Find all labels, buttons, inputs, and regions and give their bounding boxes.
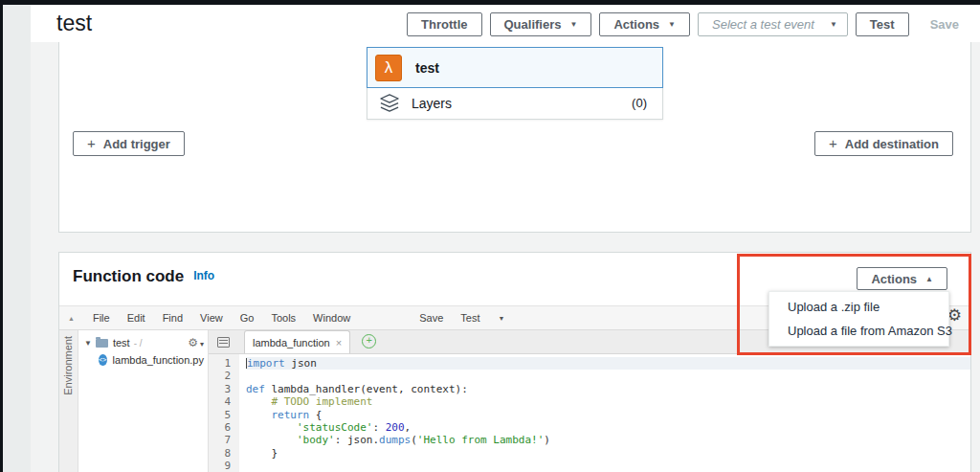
tree-folder-row[interactable]: ▼ test - / ⚙▾ xyxy=(78,334,208,351)
menu-item-upload-s3[interactable]: Upload a file from Amazon S3 xyxy=(769,319,948,343)
chevron-down-icon[interactable]: ▼ xyxy=(498,315,504,322)
chevron-up-icon: ▲ xyxy=(925,275,933,283)
layers-row[interactable]: Layers (0) xyxy=(368,87,662,119)
tree-file-row[interactable]: <> lambda_function.py xyxy=(78,351,208,369)
chevron-down-icon: ▼ xyxy=(569,20,577,29)
function-code-panel: Function codeInfo Actions ▲ ▲ File Edit … xyxy=(58,252,971,472)
function-header: test Throttle Qualifiers ▼ Actions ▼ Sel… xyxy=(31,5,980,42)
menu-tools[interactable]: Tools xyxy=(262,312,304,324)
new-tab-icon[interactable]: + xyxy=(362,334,376,348)
environment-label: Environment xyxy=(62,336,74,395)
menu-window[interactable]: Window xyxy=(304,312,359,324)
left-edge-bar xyxy=(0,0,3,472)
close-icon[interactable]: × xyxy=(336,337,342,348)
tree-settings-gear-icon[interactable]: ⚙▾ xyxy=(188,336,204,349)
chevron-down-icon: ▼ xyxy=(84,339,92,348)
menu-find[interactable]: Find xyxy=(154,312,191,324)
designer-panel: λ test Layers (0) + Add trigger + xyxy=(58,41,971,233)
menu-go[interactable]: Go xyxy=(232,312,263,324)
throttle-button[interactable]: Throttle xyxy=(407,12,481,36)
code-area[interactable]: 123456789 import json def lambda_handler… xyxy=(209,354,970,472)
test-button[interactable]: Test xyxy=(856,12,909,36)
menu-edit[interactable]: Edit xyxy=(119,312,154,324)
test-event-select[interactable]: Select a test event ▼ xyxy=(698,12,848,36)
editor-settings-gear-icon[interactable]: ⚙ xyxy=(947,307,962,324)
plus-icon: + xyxy=(87,135,96,151)
qualifiers-button[interactable]: Qualifiers ▼ xyxy=(490,12,592,36)
function-code-title: Function codeInfo xyxy=(73,267,214,286)
function-card: λ test Layers (0) xyxy=(367,47,663,120)
chevron-down-icon: ▼ xyxy=(830,20,837,29)
code-actions-button[interactable]: Actions ▲ xyxy=(857,267,947,290)
add-destination-button[interactable]: + Add destination xyxy=(814,131,953,156)
page-title: test xyxy=(56,11,92,36)
file-tree: ▼ test - / ⚙▾ <> lambda_function.py xyxy=(78,330,209,472)
menu-item-upload-zip[interactable]: Upload a .zip file xyxy=(769,295,948,319)
tab-lambda-function[interactable]: lambda_function × xyxy=(244,330,350,353)
function-card-name: test xyxy=(415,60,439,76)
add-trigger-button[interactable]: + Add trigger xyxy=(73,131,185,156)
info-link[interactable]: Info xyxy=(193,269,214,282)
tree-folder-name: test xyxy=(113,337,130,348)
editor-workspace: Environment ▼ test - / ⚙▾ <> lambda_func… xyxy=(59,330,970,472)
environment-strip[interactable]: Environment xyxy=(59,330,78,472)
lambda-icon: λ xyxy=(375,55,402,81)
menu-test[interactable]: Test xyxy=(452,312,488,324)
plus-icon: + xyxy=(829,135,837,151)
tree-file-name: lambda_function.py xyxy=(113,354,204,366)
menu-file[interactable]: File xyxy=(84,312,119,324)
tree-folder-path: - / xyxy=(134,338,143,348)
side-nav-rail xyxy=(3,5,31,472)
lambda-console-screen: test Throttle Qualifiers ▼ Actions ▼ Sel… xyxy=(0,0,980,472)
code-editor: lambda_function × + 123456789 import jso… xyxy=(209,330,970,472)
layers-count: (0) xyxy=(632,96,651,110)
function-card-selected-row[interactable]: λ test xyxy=(367,47,663,88)
folder-icon xyxy=(96,339,108,348)
save-button[interactable]: Save xyxy=(917,12,972,36)
gutter: 123456789 xyxy=(209,354,239,472)
actions-button[interactable]: Actions ▼ xyxy=(599,12,690,36)
aws-topbar xyxy=(0,0,980,5)
python-file-icon: <> xyxy=(99,354,107,366)
header-toolbar: Throttle Qualifiers ▼ Actions ▼ Select a… xyxy=(407,12,972,36)
menu-view[interactable]: View xyxy=(191,312,232,324)
tab-list-icon[interactable] xyxy=(217,337,230,348)
layers-icon xyxy=(379,94,400,113)
code-lines: import json def lambda_handler(event, co… xyxy=(239,354,970,472)
layers-label: Layers xyxy=(412,96,452,111)
actions-dropdown-menu: Upload a .zip file Upload a file from Am… xyxy=(768,291,949,347)
chevron-down-icon: ▼ xyxy=(668,20,676,29)
menu-save[interactable]: Save xyxy=(411,312,452,324)
collapse-menubar-icon[interactable]: ▲ xyxy=(68,315,75,322)
